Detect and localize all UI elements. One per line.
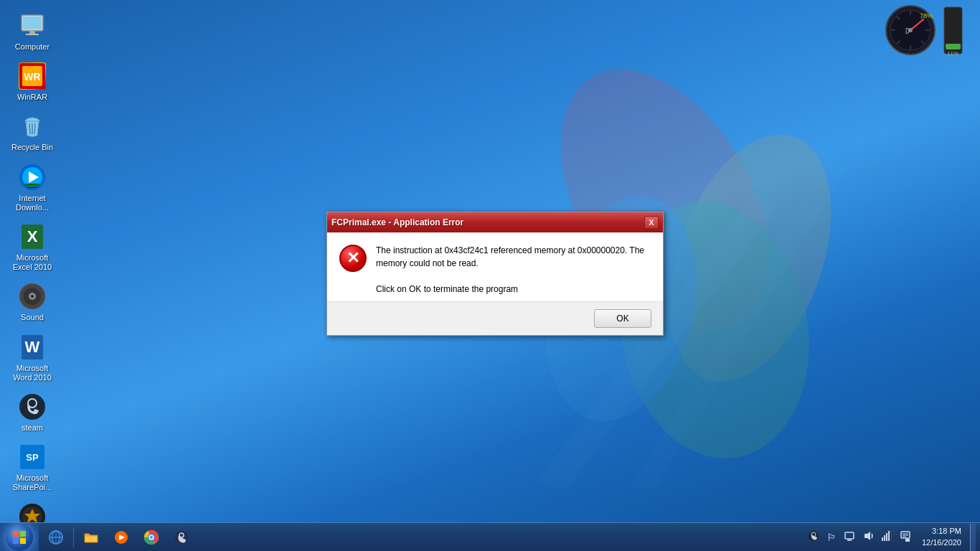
idm-icon-label: Internet Downlo... [6,194,58,212]
tray-network-icon[interactable] [879,529,895,545]
excel-icon-label: Microsoft Excel 2010 [6,253,58,272]
desktop-icon-winrar[interactable]: WR WinRAR [4,57,61,106]
taskbar-extra-button[interactable] [167,524,196,550]
desktop-icon-sound[interactable]: Sound [4,278,61,326]
svg-point-1 [639,113,862,405]
error-circle-icon: ✕ [339,245,367,272]
svg-text:X: X [27,227,38,245]
desktop-icon-recycle-bin[interactable]: Recycle Bin [4,108,61,156]
desktop-icon-word[interactable]: W Microsoft Word 2010 [4,329,61,387]
svg-rect-81 [884,535,885,541]
sound-icon [18,282,47,311]
svg-point-70 [150,536,153,539]
svg-rect-83 [888,531,890,541]
excel-icon: X [18,222,47,251]
dialog-ok-button[interactable]: OK [594,309,651,328]
system-tray: 🏳 [801,523,980,551]
svg-rect-27 [29,31,35,34]
svg-marker-89 [905,539,910,542]
dialog-close-button[interactable]: X [644,216,659,229]
svg-rect-38 [24,184,40,186]
svg-rect-39 [27,187,37,188]
dialog-message-line1: The instruction at 0x43cf24c1 referenced… [376,245,644,255]
tray-flag-icon[interactable]: 🏳 [824,530,839,545]
svg-rect-23 [946,44,961,50]
taskbar-explorer-button[interactable] [77,524,105,550]
svg-line-35 [34,123,35,134]
disk-monitor: 11% [941,4,966,60]
desktop-icon-sharepoint[interactable]: SP Microsoft SharePoi... [4,438,61,496]
clock-date: 12/16/2020 [922,537,961,548]
svg-text:SP: SP [26,452,39,463]
windows-orb [6,524,33,551]
desktop-icon-computer[interactable]: Computer [4,7,61,56]
dialog-message-line4: Click on OK to terminate the program [376,284,518,294]
svg-rect-84 [890,531,892,541]
svg-text:78%: 78% [920,12,933,19]
svg-rect-64 [85,537,97,542]
dialog-body: ✕ The instruction at 0x43cf24c1 referenc… [327,232,663,301]
dialog-titlebar: FCPrimal.exe - Application Error X [327,212,663,232]
winrar-icon-label: WinRAR [17,93,47,102]
taskbar-separator-1 [73,527,74,547]
taskbar-ie-button[interactable] [42,524,70,550]
word-icon: W [18,333,47,362]
system-monitor: D 78% 11% [884,4,966,60]
sharepoint-icon: SP [18,443,47,471]
dialog-footer: OK [327,301,663,335]
speedometer-widget: D 78% [884,4,938,60]
desktop-icon-steam[interactable]: steam [4,388,61,437]
computer-icon-label: Computer [15,42,50,52]
taskbar-media-button[interactable] [107,524,136,550]
taskbar-pinned-icons [39,523,199,551]
svg-rect-28 [26,34,39,35]
svg-rect-26 [23,17,42,29]
tray-icon-2[interactable] [842,529,857,545]
svg-line-33 [29,123,30,134]
desktop: D 78% 11% Computer [0,0,980,551]
sharepoint-icon-label: Microsoft SharePoi... [6,474,58,492]
svg-text:D: D [905,27,910,35]
clock-time: 3:18 PM [932,526,961,537]
tray-volume-icon[interactable] [860,529,876,545]
svg-rect-76 [845,532,854,539]
svg-text:WR: WR [24,71,40,83]
recycle-bin-icon-label: Recycle Bin [11,143,53,152]
error-icon-container: ✕ [339,244,367,273]
desktop-icon-excel[interactable]: X Microsoft Excel 2010 [4,218,61,276]
dialog-message: The instruction at 0x43cf24c1 referenced… [376,244,644,296]
steam-icon-label: steam [22,423,43,433]
svg-point-45 [31,295,34,298]
svg-text:W: W [25,338,40,356]
taskbar: 🏳 [0,522,980,551]
recycle-bin-icon [18,112,47,141]
error-dialog: FCPrimal.exe - Application Error X ✕ The… [326,212,664,336]
word-icon-label: Microsoft Word 2010 [6,364,58,382]
show-desktop-button[interactable] [970,524,976,551]
idm-icon [18,163,47,192]
desktop-icon-idm[interactable]: Internet Downlo... [4,159,61,217]
dialog-message-line2: memory could not be read. [376,258,479,268]
start-button[interactable] [0,523,39,552]
dialog-title: FCPrimal.exe - Application Error [331,217,463,227]
system-clock[interactable]: 3:18 PM 12/16/2020 [916,526,967,548]
steam-icon [18,392,47,421]
svg-marker-79 [864,532,870,540]
sound-icon-label: Sound [21,313,44,322]
tray-steam-icon[interactable] [806,529,821,545]
computer-icon [18,11,47,40]
taskbar-chrome-button[interactable] [137,524,166,550]
desktop-icons: Computer WR WinRAR [4,7,61,551]
tray-action-center-icon[interactable] [897,529,913,545]
svg-text:11%: 11% [947,50,958,57]
svg-rect-80 [882,537,883,541]
svg-rect-82 [886,533,887,541]
winrar-icon: WR [18,62,47,90]
